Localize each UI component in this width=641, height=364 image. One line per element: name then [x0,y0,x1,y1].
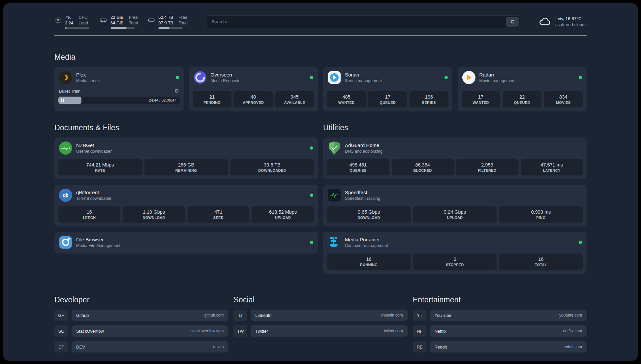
service-name: Media Portainer [345,236,388,243]
disk-total-label: Total [179,20,188,26]
cpu-usage-value: 7% [65,15,73,20]
bookmark-group-social: Social LI LinkedInlinkedin.com TW Twitte… [233,295,407,352]
service-card-speedtest[interactable]: Speedtest Speedtest Tracking 9.65 GbpsDO… [323,185,587,227]
service-desc: Usenet downloader [76,149,112,154]
service-card-plex[interactable]: Plex Media server Bullet Train ⚙ 24:44 /… [54,67,184,111]
service-card-radarr[interactable]: Radarr Movie management 17WANTED 22QUEUE… [458,67,587,111]
service-desc: Container management [345,243,388,249]
cloud-icon [539,16,551,28]
bookmark-github[interactable]: GH Githubgithub.com [54,310,228,321]
disk-free-value: 52.4 TB [158,15,173,20]
stat-remaining: 266 GBREMAINING [144,159,228,175]
qbittorrent-icon: qb [59,189,72,202]
bookmark-url: linkedin.com [381,313,403,318]
nzbget-icon: nzbget [59,141,72,155]
gear-icon[interactable]: ⚙ [174,88,179,94]
bookmarks-section: Developer GH Githubgithub.com SO StackOv… [54,295,587,352]
status-dot [310,194,313,197]
bookmark-linkedin[interactable]: LI LinkedInlinkedin.com [233,310,407,321]
service-card-nzbget[interactable]: nzbget NZBGet Usenet downloader 744.21 M… [54,137,318,179]
bookmark-group-title: Social [233,295,407,304]
cpu-icon [54,16,62,25]
search-provider-button[interactable]: G [506,17,519,27]
filebrowser-icon [59,236,72,249]
service-name: File Browser [76,236,120,243]
bookmark-reddit[interactable]: RE Redditreddit.com [413,341,587,352]
memory-free-value: 22 GiB [110,15,124,20]
bookmark-abbr: RE [413,341,427,352]
service-card-qbittorrent[interactable]: qb qBittorrent Torrent downloader 16LEEC… [54,185,318,227]
service-desc: DNS and adblocking [345,149,382,154]
bookmark-abbr: SO [54,325,68,337]
bookmark-dev[interactable]: DT DEVdev.to [54,341,228,352]
bookmark-netflix[interactable]: NF Netflixnetflix.com [413,325,587,337]
plex-icon [59,71,72,84]
bookmark-youtube[interactable]: YT YouTubeyoutube.com [413,310,587,321]
bookmark-abbr: NF [413,325,427,337]
stat-rate: 744.21 MbpsRATE [58,159,142,175]
stat-stopped: 0STOPPED [413,254,497,270]
cpu-progress-track [65,27,89,29]
memory-progress-track [110,27,135,29]
stat-ping: 0.993 msPING [499,206,583,223]
memory-total-label: Total [129,20,138,26]
cpu-load-label: Load [78,20,88,26]
bookmark-label: DEV [76,345,85,349]
stat-seed: 471SEED [188,206,250,223]
service-card-portainer[interactable]: Media Portainer Container management 16R… [323,232,587,274]
sonarr-icon [328,71,341,84]
bookmark-label: YouTube [435,313,451,318]
pause-icon[interactable] [61,99,64,102]
cpu-progress-fill [65,27,67,29]
service-desc: Movie management [479,78,516,84]
stat-queued: 22QUEUED [503,91,541,107]
cpu-load-value: 3.24 [65,20,73,26]
bookmark-abbr: YT [413,310,427,321]
stat-queued: 17QUEUED [368,91,407,107]
section-utilities: Utilities AdGuard Home DNS and adblockin… [323,123,587,274]
section-documents: Documents & Files nzbget NZBGet Usenet d… [54,123,318,274]
cpu-label: CPU [78,15,88,20]
section-media: Media Plex Media server Bullet Train ⚙ [54,53,587,111]
service-card-adguard[interactable]: AdGuard Home DNS and adblocking 498,461Q… [323,137,587,179]
bookmark-label: Github [76,313,89,318]
bookmark-abbr: LI [233,310,247,321]
bookmark-group-title: Entertainment [413,295,587,304]
memory-icon [99,16,107,25]
service-name: Speedtest [345,189,380,196]
weather-widget[interactable]: Lviv, 16.87°C scattered clouds [539,16,587,28]
memory-progress-fill [110,27,127,29]
stat-pending: 21PENDING [193,91,231,107]
service-desc: Speedtest Tracking [345,196,380,201]
bookmark-url: stackoverflow.com [191,329,224,333]
disk-progress-fill [158,27,169,29]
stat-movies: 834MOVIES [544,91,583,107]
overseerr-icon [194,71,207,84]
now-playing-title: Bullet Train [59,89,80,94]
search-input[interactable] [206,15,520,28]
memory-free-label: Free [129,15,138,20]
bookmark-url: twitter.com [384,329,403,333]
disk-icon [148,16,155,25]
player-progress-bar[interactable]: 24:44 / 02:06:47 [58,97,180,104]
portainer-icon [328,236,341,249]
status-dot [310,146,313,150]
resource-disk: 52.4 TB 97.9 TB Free Total [148,15,188,29]
service-name: qBittorrent [76,189,111,196]
section-title-documents: Documents & Files [54,123,318,132]
service-card-sonarr[interactable]: Sonarr Series management 485WANTED 17QUE… [323,67,452,111]
bookmark-abbr: DT [54,341,68,352]
bookmark-stackoverflow[interactable]: SO StackOverflowstackoverflow.com [54,325,228,337]
service-card-overseerr[interactable]: Overseerr Media Requests 21PENDING 40APP… [189,67,318,111]
service-desc: Media File Management [76,243,120,249]
service-name: Sonarr [345,72,382,78]
bookmark-url: netflix.com [563,329,582,333]
bookmark-label: LinkedIn [255,313,271,318]
disk-total-value: 97.9 TB [158,20,173,26]
bookmark-label: Netflix [435,329,446,334]
bookmark-twitter[interactable]: TW Twittertwitter.com [233,325,407,337]
disk-free-label: Free [179,15,188,20]
service-card-filebrowser[interactable]: File Browser Media File Management [54,232,318,254]
disk-progress-track [158,27,183,29]
stat-blocked: 86,384BLOCKED [392,159,454,175]
